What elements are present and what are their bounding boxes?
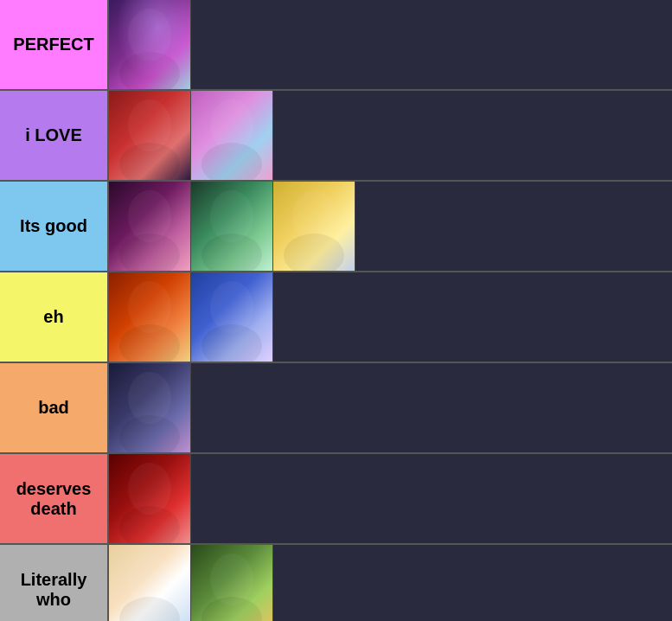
tier-row-itsgood: Its good xyxy=(0,182,672,272)
tier-row-deserves: deserves death xyxy=(0,454,672,545)
tier-label-bad: bad xyxy=(0,363,107,452)
champion-art-overlay-janna xyxy=(273,182,355,271)
tier-items-who xyxy=(107,545,672,621)
tier-row-who: Literally who xyxy=(0,545,672,621)
champion-art-overlay-katarina xyxy=(109,454,191,543)
champion-art-overlay-miss-fortune xyxy=(109,91,191,180)
svg-point-23 xyxy=(202,597,262,621)
champion-art-overlay-sona xyxy=(191,272,273,362)
svg-point-0 xyxy=(128,9,171,61)
tier-row-ilove: i LOVE xyxy=(0,91,672,182)
svg-point-7 xyxy=(119,234,180,271)
tier-label-deserves: deserves death xyxy=(0,454,107,543)
tier-items-ilove xyxy=(107,91,672,180)
tier-row-perfect: PERFECT xyxy=(0,0,672,91)
champion-card-sona[interactable] xyxy=(191,272,273,362)
tier-label-eh: eh xyxy=(0,272,107,362)
champion-art-overlay-vi xyxy=(109,363,191,452)
tier-list: PERFECT i LOVE Its good eh bad des xyxy=(0,0,672,621)
tier-items-eh xyxy=(107,272,672,362)
champion-card-soraka[interactable] xyxy=(109,545,191,621)
tier-label-ilove: i LOVE xyxy=(0,91,107,180)
svg-point-15 xyxy=(202,324,262,362)
tier-row-eh: eh xyxy=(0,272,672,363)
champion-card-xayah[interactable] xyxy=(109,182,191,271)
champion-card-janna[interactable] xyxy=(273,182,355,271)
champion-art-overlay-jinx xyxy=(109,0,191,89)
tier-items-perfect xyxy=(107,0,672,89)
tier-label-itsgood: Its good xyxy=(0,182,107,271)
tier-label-who: Literally who xyxy=(0,545,107,621)
champion-card-seraphine[interactable] xyxy=(191,91,273,180)
svg-point-11 xyxy=(284,234,344,271)
svg-point-21 xyxy=(119,597,180,621)
champion-card-jinx[interactable] xyxy=(109,0,191,89)
svg-point-17 xyxy=(119,415,180,452)
champion-art-overlay-neeko xyxy=(191,182,273,271)
champion-art-overlay-nidalee xyxy=(191,545,273,621)
champion-art-overlay-annie xyxy=(109,272,191,362)
svg-point-13 xyxy=(119,324,180,362)
champion-card-annie[interactable] xyxy=(109,272,191,362)
champion-card-vi[interactable] xyxy=(109,363,191,452)
tier-items-bad xyxy=(107,363,672,452)
champion-art-overlay-seraphine xyxy=(191,91,273,180)
champion-card-katarina[interactable] xyxy=(109,454,191,543)
svg-point-5 xyxy=(202,143,262,180)
tier-row-bad: bad xyxy=(0,363,672,454)
champion-art-overlay-xayah xyxy=(109,182,191,271)
svg-point-9 xyxy=(202,234,262,271)
champion-card-miss-fortune[interactable] xyxy=(109,91,191,180)
svg-point-1 xyxy=(119,52,180,89)
champion-art-overlay-soraka xyxy=(109,545,191,621)
tier-items-itsgood xyxy=(107,182,672,271)
champion-card-neeko[interactable] xyxy=(191,182,273,271)
svg-point-3 xyxy=(119,143,180,180)
svg-point-19 xyxy=(119,506,180,543)
tier-items-deserves xyxy=(107,454,672,543)
tier-label-perfect: PERFECT xyxy=(0,0,107,89)
champion-card-nidalee[interactable] xyxy=(191,545,273,621)
